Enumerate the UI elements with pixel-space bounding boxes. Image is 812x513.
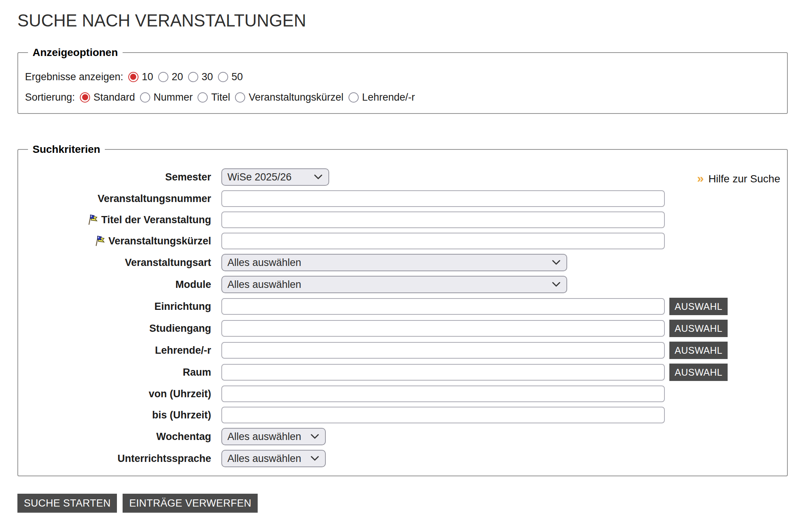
field-label: Module bbox=[24, 279, 211, 291]
course-search-page: SUCHE NACH VERANSTALTUNGEN Anzeigeoption… bbox=[0, 0, 812, 513]
row-semester: Semester WiSe 2025/26 bbox=[24, 168, 780, 186]
page-title: SUCHE NACH VERANSTALTUNGEN bbox=[17, 10, 780, 31]
chevron-down-icon bbox=[552, 260, 560, 265]
unterrichtssprache-select[interactable]: Alles auswählen bbox=[221, 450, 326, 467]
radio-label: 10 bbox=[142, 71, 153, 83]
lehrende-input[interactable] bbox=[221, 342, 665, 359]
einrichtung-input[interactable] bbox=[221, 298, 665, 315]
radio-label: Veranstaltungskürzel bbox=[249, 92, 344, 103]
field-label: Einrichtung bbox=[24, 301, 211, 312]
selected-value: Alles auswählen bbox=[227, 453, 301, 465]
radio-icon[interactable] bbox=[188, 72, 198, 82]
radio-icon[interactable] bbox=[140, 92, 150, 103]
module-select[interactable]: Alles auswählen bbox=[221, 276, 567, 293]
radio-icon[interactable] bbox=[198, 92, 208, 103]
radio-option-sort-nummer[interactable]: Nummer bbox=[140, 92, 193, 103]
radio-label: 20 bbox=[172, 71, 183, 83]
row-einrichtung: Einrichtung AUSWAHL bbox=[24, 298, 780, 315]
field-label: Unterrichtssprache bbox=[24, 453, 211, 465]
radio-option-results-50[interactable]: 50 bbox=[218, 71, 243, 83]
radio-icon[interactable] bbox=[235, 92, 245, 103]
radio-option-results-10[interactable]: 10 bbox=[128, 71, 153, 83]
veranstaltungsnummer-input[interactable] bbox=[221, 190, 665, 207]
veranstaltungsart-select[interactable]: Alles auswählen bbox=[221, 254, 567, 271]
help-link[interactable]: » Hilfe zur Suche bbox=[697, 173, 780, 185]
row-kuerzel: Veranstaltungskürzel bbox=[24, 233, 780, 249]
radio-label: Nummer bbox=[154, 92, 193, 103]
chevron-down-icon bbox=[552, 282, 560, 287]
field-label: von (Uhrzeit) bbox=[24, 388, 211, 400]
sort-order-label: Sortierung: bbox=[25, 92, 75, 103]
row-von-uhrzeit: von (Uhrzeit) bbox=[24, 386, 780, 402]
radio-icon[interactable] bbox=[128, 72, 138, 82]
radio-option-sort-titel[interactable]: Titel bbox=[198, 92, 230, 103]
field-label: Titel der Veranstaltung bbox=[101, 214, 211, 226]
kuerzel-input[interactable] bbox=[221, 233, 665, 249]
wochentag-select[interactable]: Alles auswählen bbox=[221, 428, 326, 445]
wildcard-flag-icon bbox=[94, 235, 105, 247]
row-studiengang: Studiengang AUSWAHL bbox=[24, 320, 780, 337]
selected-value: WiSe 2025/26 bbox=[227, 171, 292, 183]
row-lehrende: Lehrende/-r AUSWAHL bbox=[24, 342, 780, 359]
selected-value: Alles auswählen bbox=[227, 431, 301, 443]
row-veranstaltungsart: Veranstaltungsart Alles auswählen bbox=[24, 254, 780, 271]
row-module: Module Alles auswählen bbox=[24, 276, 780, 293]
radio-icon[interactable] bbox=[218, 72, 228, 82]
bis-uhrzeit-input[interactable] bbox=[221, 407, 665, 423]
field-label: Wochentag bbox=[24, 431, 211, 443]
row-titel: Titel der Veranstaltung bbox=[24, 211, 780, 228]
row-veranstaltungsnummer: Veranstaltungsnummer bbox=[24, 190, 780, 207]
radio-option-results-30[interactable]: 30 bbox=[188, 71, 213, 83]
radio-icon[interactable] bbox=[348, 92, 359, 103]
field-label: Veranstaltungskürzel bbox=[108, 235, 211, 247]
search-criteria-fieldset: Suchkriterien » Hilfe zur Suche Semester… bbox=[17, 143, 788, 476]
radio-label: Standard bbox=[93, 92, 135, 103]
selected-value: Alles auswählen bbox=[227, 279, 301, 291]
field-label: Studiengang bbox=[24, 323, 211, 334]
wildcard-flag-icon bbox=[87, 214, 98, 225]
form-actions: SUCHE STARTEN EINTRÄGE VERWERFEN bbox=[17, 494, 812, 513]
studiengang-input[interactable] bbox=[221, 320, 665, 337]
lehrende-auswahl-button[interactable]: AUSWAHL bbox=[669, 342, 728, 359]
results-per-page-label: Ergebnisse anzeigen: bbox=[25, 71, 123, 83]
search-criteria-legend: Suchkriterien bbox=[28, 143, 105, 155]
field-label: Lehrende/-r bbox=[24, 345, 211, 356]
radio-option-results-20[interactable]: 20 bbox=[158, 71, 183, 83]
field-label: Semester bbox=[24, 171, 211, 183]
row-wochentag: Wochentag Alles auswählen bbox=[24, 428, 780, 445]
radio-icon[interactable] bbox=[158, 72, 168, 82]
field-label: Veranstaltungsnummer bbox=[24, 193, 211, 205]
chevron-down-icon bbox=[311, 434, 319, 439]
start-search-button[interactable]: SUCHE STARTEN bbox=[17, 494, 117, 513]
results-per-page-row: Ergebnisse anzeigen: 10 20 30 50 bbox=[25, 69, 780, 84]
radio-option-sort-lehrende[interactable]: Lehrende/-r bbox=[348, 92, 415, 103]
field-label: Veranstaltungsart bbox=[24, 257, 211, 269]
row-raum: Raum AUSWAHL bbox=[24, 364, 780, 381]
raum-input[interactable] bbox=[221, 364, 665, 381]
radio-label: 50 bbox=[232, 71, 243, 83]
einrichtung-auswahl-button[interactable]: AUSWAHL bbox=[669, 298, 728, 315]
selected-value: Alles auswählen bbox=[227, 257, 301, 269]
von-uhrzeit-input[interactable] bbox=[221, 386, 665, 402]
radio-option-sort-kuerzel[interactable]: Veranstaltungskürzel bbox=[235, 92, 344, 103]
field-label: bis (Uhrzeit) bbox=[24, 409, 211, 421]
sort-order-row: Sortierung: Standard Nummer Titel Verans… bbox=[25, 90, 780, 105]
display-options-fieldset: Anzeigeoptionen Ergebnisse anzeigen: 10 … bbox=[17, 47, 788, 114]
radio-label: Lehrende/-r bbox=[362, 92, 415, 103]
raum-auswahl-button[interactable]: AUSWAHL bbox=[669, 364, 728, 381]
radio-option-sort-standard[interactable]: Standard bbox=[80, 92, 135, 103]
row-bis-uhrzeit: bis (Uhrzeit) bbox=[24, 407, 780, 423]
chevron-down-icon bbox=[311, 456, 319, 461]
titel-input[interactable] bbox=[221, 211, 665, 228]
radio-label: 30 bbox=[202, 71, 213, 83]
row-unterrichtssprache: Unterrichtssprache Alles auswählen bbox=[24, 450, 780, 467]
radio-icon[interactable] bbox=[80, 92, 90, 103]
chevron-down-icon bbox=[314, 174, 322, 180]
help-link-label: Hilfe zur Suche bbox=[708, 173, 780, 185]
semester-select[interactable]: WiSe 2025/26 bbox=[221, 168, 329, 186]
discard-entries-button[interactable]: EINTRÄGE VERWERFEN bbox=[123, 494, 258, 513]
field-label: Raum bbox=[24, 367, 211, 378]
display-options-legend: Anzeigeoptionen bbox=[28, 47, 123, 59]
radio-label: Titel bbox=[211, 92, 230, 103]
studiengang-auswahl-button[interactable]: AUSWAHL bbox=[669, 320, 728, 337]
